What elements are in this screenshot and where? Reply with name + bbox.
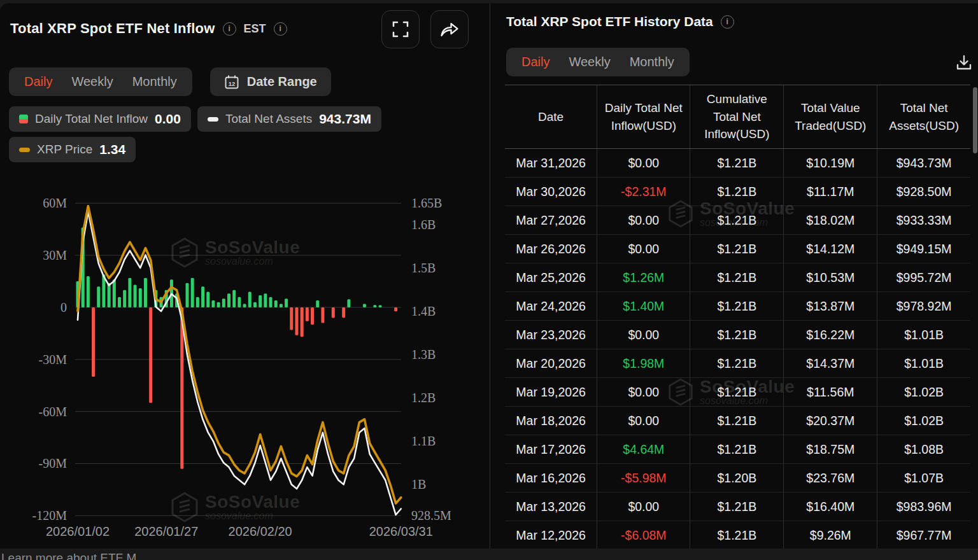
svg-text:-30M: -30M xyxy=(39,353,67,367)
info-icon[interactable]: i xyxy=(721,15,734,29)
table-row: Mar 16,2026-$5.98M$1.20B$23.76M$1.07B xyxy=(505,464,970,493)
legend-label: XRP Price xyxy=(37,143,92,157)
timezone-info-icon[interactable]: i xyxy=(274,22,287,36)
tab-monthly[interactable]: Monthly xyxy=(132,74,177,89)
period-tabs: Daily Weekly Monthly xyxy=(9,67,192,96)
cell-net-assets: $1.01B xyxy=(877,349,970,378)
cell-value-traded: $14.12M xyxy=(784,235,877,263)
table-row: Mar 31,2026$0.00$1.21B$10.19M$943.73M xyxy=(505,149,970,178)
svg-text:928.5M: 928.5M xyxy=(411,508,451,522)
cell-date: Mar 19,2026 xyxy=(505,378,597,407)
table-row: Mar 24,2026$1.40M$1.21B$13.87M$978.92M xyxy=(505,292,970,321)
svg-text:1.4B: 1.4B xyxy=(411,304,436,318)
tab-weekly[interactable]: Weekly xyxy=(71,74,113,89)
page-title: Total XRP Spot ETF Net Inflow xyxy=(10,20,215,37)
cell-daily-inflow: $0.00 xyxy=(597,149,690,178)
share-icon xyxy=(440,21,459,38)
svg-text:-90M: -90M xyxy=(39,456,67,470)
legend-xrp-price[interactable]: XRP Price 1.34 xyxy=(9,137,136,162)
col-date: Date xyxy=(505,85,597,149)
cell-daily-inflow: $4.64M xyxy=(597,435,690,464)
footer-partial-text: Learn more about ETF M xyxy=(1,551,136,560)
history-period-tabs: Daily Weekly Monthly xyxy=(506,48,690,76)
svg-text:60M: 60M xyxy=(43,196,67,210)
cell-value-traded: $20.37M xyxy=(784,407,877,435)
svg-text:1.2B: 1.2B xyxy=(411,391,436,405)
table-row: Mar 19,2026$0.00$1.21B$11.56M$1.02B xyxy=(505,378,970,407)
inflow-tabrow: Daily Weekly Monthly 12 Date Range xyxy=(9,67,331,96)
svg-text:1.5B: 1.5B xyxy=(411,261,436,275)
svg-text:1.3B: 1.3B xyxy=(411,347,436,361)
cell-cumulative-inflow: $1.21B xyxy=(690,407,784,435)
legend-value: 1.34 xyxy=(99,142,125,157)
cell-date: Mar 12,2026 xyxy=(505,521,597,549)
date-range-label: Date Range xyxy=(247,74,317,89)
svg-text:-60M: -60M xyxy=(39,405,67,419)
cell-daily-inflow: $0.00 xyxy=(597,235,690,263)
history-tabrow: Daily Weekly Monthly xyxy=(506,48,690,76)
cell-net-assets: $1.02B xyxy=(877,407,970,435)
table-row: Mar 13,2026$0.00$1.21B$16.40M$983.96M xyxy=(505,493,970,521)
cell-value-traded: $16.40M xyxy=(784,493,877,521)
cell-value-traded: $11.17M xyxy=(784,178,877,206)
table-row: Mar 26,2026$0.00$1.21B$14.12M$949.15M xyxy=(505,235,970,263)
history-table: Date Daily Total Net Inflow(USD) Cumulat… xyxy=(505,85,970,549)
cell-net-assets: $933.33M xyxy=(877,206,970,235)
svg-text:12: 12 xyxy=(228,80,235,87)
legend-label: Daily Total Net Inflow xyxy=(35,112,148,126)
cell-daily-inflow: $1.40M xyxy=(597,292,690,321)
table-row: Mar 17,2026$4.64M$1.21B$18.75M$1.08B xyxy=(505,435,970,464)
tab-monthly[interactable]: Monthly xyxy=(630,55,674,69)
cell-value-traded: $18.75M xyxy=(784,435,877,464)
cell-daily-inflow: -$5.98M xyxy=(597,464,690,493)
legend-value: 0.00 xyxy=(155,111,181,127)
cell-net-assets: $943.73M xyxy=(877,149,970,178)
date-range-button[interactable]: 12 Date Range xyxy=(210,67,331,96)
history-title: Total XRP Spot ETF History Data xyxy=(506,14,713,29)
tab-daily[interactable]: Daily xyxy=(521,55,549,69)
table-row: Mar 25,2026$1.26M$1.21B$10.53M$995.72M xyxy=(505,263,970,292)
cell-net-assets: $983.96M xyxy=(877,493,970,521)
cell-cumulative-inflow: $1.21B xyxy=(690,493,784,521)
cell-daily-inflow: $0.00 xyxy=(597,206,690,235)
cell-date: Mar 26,2026 xyxy=(505,235,597,263)
gold-dash-icon xyxy=(19,148,30,152)
cell-value-traded: $14.37M xyxy=(784,349,877,378)
legend-daily-net-inflow[interactable]: Daily Total Net Inflow 0.00 xyxy=(9,106,191,132)
share-button[interactable] xyxy=(430,10,469,48)
legend-value: 943.73M xyxy=(319,111,371,127)
svg-text:1B: 1B xyxy=(411,477,426,491)
info-icon[interactable]: i xyxy=(223,22,236,36)
table-row: Mar 30,2026-$2.31M$1.21B$11.17M$928.50M xyxy=(505,178,970,206)
cell-date: Mar 20,2026 xyxy=(505,349,597,378)
cell-date: Mar 27,2026 xyxy=(505,206,597,235)
tab-daily[interactable]: Daily xyxy=(24,74,52,89)
cell-daily-inflow: -$6.08M xyxy=(597,521,690,549)
cell-value-traded: $23.76M xyxy=(784,464,877,493)
cell-value-traded: $10.19M xyxy=(784,149,877,178)
cell-cumulative-inflow: $1.21B xyxy=(690,178,784,206)
cell-cumulative-inflow: $1.21B xyxy=(690,263,784,292)
timezone-label: EST xyxy=(244,22,266,36)
cell-cumulative-inflow: $1.21B xyxy=(690,206,784,235)
download-button[interactable] xyxy=(955,54,973,72)
cell-cumulative-inflow: $1.21B xyxy=(690,378,784,407)
cell-value-traded: $9.26M xyxy=(784,521,877,549)
table-row: Mar 23,2026$0.00$1.21B$16.22M$1.01B xyxy=(505,321,970,349)
cell-daily-inflow: $1.26M xyxy=(597,263,690,292)
net-inflow-chart[interactable]: 60M30M0-30M-60M-90M-120M1.65B1.6B1.5B1.4… xyxy=(0,178,490,549)
cell-cumulative-inflow: $1.21B xyxy=(690,235,784,263)
cell-daily-inflow: $0.00 xyxy=(597,321,690,349)
col-daily-net-inflow: Daily Total Net Inflow(USD) xyxy=(597,85,690,149)
cell-value-traded: $18.02M xyxy=(784,206,877,235)
fullscreen-button[interactable] xyxy=(381,10,420,48)
svg-text:2026/01/27: 2026/01/27 xyxy=(134,524,198,538)
tab-weekly[interactable]: Weekly xyxy=(569,55,610,69)
svg-text:30M: 30M xyxy=(43,248,67,262)
cell-net-assets: $949.15M xyxy=(877,235,970,263)
table-scrollbar[interactable] xyxy=(973,87,977,153)
table-row: Mar 27,2026$0.00$1.21B$18.02M$933.33M xyxy=(505,206,970,235)
svg-text:-120M: -120M xyxy=(32,508,67,522)
cell-value-traded: $10.53M xyxy=(784,263,877,292)
legend-total-net-assets[interactable]: Total Net Assets 943.73M xyxy=(197,106,381,132)
